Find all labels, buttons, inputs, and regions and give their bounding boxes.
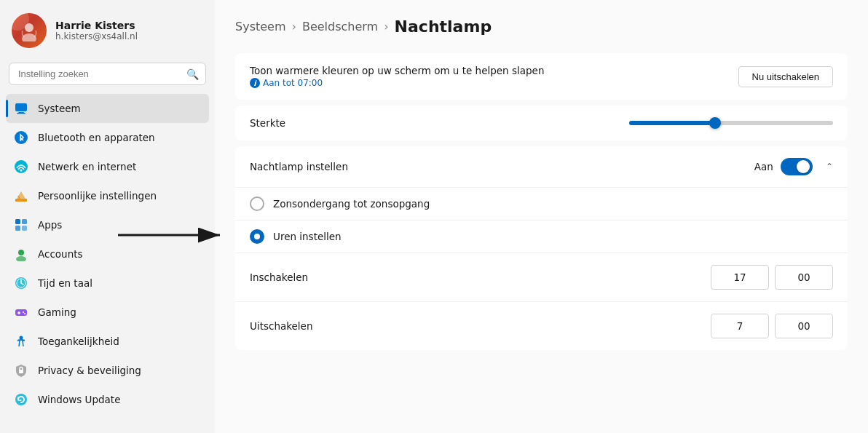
svg-rect-9 <box>15 219 20 224</box>
breadcrumb-systeem[interactable]: Systeem <box>235 20 286 33</box>
svg-rect-4 <box>17 113 25 114</box>
sidebar-label-update: Windows Update <box>38 394 120 405</box>
chevron-up-icon[interactable]: ⌃ <box>826 162 833 172</box>
svg-rect-23 <box>19 370 23 373</box>
toegankelijkheid-icon <box>13 333 29 349</box>
sidebar-item-accounts[interactable]: Accounts <box>6 239 209 269</box>
sidebar-item-update[interactable]: Windows Update <box>6 385 209 414</box>
nav-list: Systeem Bluetooth en apparaten Netwerk <box>0 91 215 433</box>
radio-uren[interactable] <box>250 229 264 244</box>
svg-point-22 <box>20 336 23 340</box>
svg-point-0 <box>25 23 33 32</box>
persoonlijk-icon <box>13 188 29 204</box>
sidebar-item-privacy[interactable]: Privacy & beveiliging <box>6 356 209 385</box>
inschakelen-minute-box[interactable]: 00 <box>775 265 833 290</box>
svg-rect-17 <box>15 309 27 316</box>
svg-rect-2 <box>15 103 27 111</box>
sterkte-row: Sterkte <box>235 106 848 140</box>
uitschakelen-hour-box[interactable]: 7 <box>711 314 769 338</box>
nachtlamp-toggle[interactable] <box>781 158 813 175</box>
inschakelen-label: Inschakelen <box>250 271 711 283</box>
tijd-icon <box>13 275 29 291</box>
svg-point-7 <box>20 170 23 172</box>
toggle-wrapper: Aan ⌃ <box>754 158 833 175</box>
sterkte-slider[interactable] <box>629 121 833 125</box>
schedule-info: i Aan tot 07:00 <box>250 78 738 88</box>
apps-icon <box>13 217 29 233</box>
sidebar-label-privacy: Privacy & beveiliging <box>38 365 141 376</box>
instellen-card: Nachtlamp instellen Aan ⌃ Zonsondergang … <box>235 146 848 350</box>
slider-fill <box>629 121 715 125</box>
instellen-label: Nachtlamp instellen <box>250 161 754 172</box>
breadcrumb-beeldscherm[interactable]: Beeldscherm <box>302 20 378 33</box>
user-info: Harrie Kisters h.kisters@xs4all.nl <box>55 20 138 41</box>
user-name: Harrie Kisters <box>55 20 138 31</box>
description-row: Toon warmere kleuren op uw scherm om u t… <box>235 53 848 100</box>
breadcrumb-sep1: › <box>292 20 296 33</box>
sidebar-item-bluetooth[interactable]: Bluetooth en apparaten <box>6 123 209 152</box>
sidebar-item-toegankelijkheid[interactable]: Toegankelijkheid <box>6 327 209 356</box>
sidebar: Harrie Kisters h.kisters@xs4all.nl 🔍 Sys… <box>0 0 215 433</box>
inschakelen-row: Inschakelen 17 00 <box>235 253 848 302</box>
uitschakelen-label: Uitschakelen <box>250 320 711 332</box>
svg-point-13 <box>18 250 24 255</box>
user-profile: Harrie Kisters h.kisters@xs4all.nl <box>0 0 215 60</box>
description-text: Toon warmere kleuren op uw scherm om u t… <box>250 65 738 76</box>
radio-text-zonsondergang: Zonsondergang tot zonsopgang <box>273 198 430 210</box>
svg-rect-12 <box>22 226 27 231</box>
description-label: Toon warmere kleuren op uw scherm om u t… <box>250 65 738 88</box>
sidebar-item-apps[interactable]: Apps <box>6 210 209 239</box>
slider-track <box>629 121 833 125</box>
svg-point-20 <box>23 311 24 313</box>
radio-zonsondergang[interactable] <box>250 196 264 211</box>
sidebar-label-toegankelijkheid: Toegankelijkheid <box>38 335 119 347</box>
search-icon: 🔍 <box>186 68 199 80</box>
systeem-icon <box>13 100 29 116</box>
sidebar-label-persoonlijk: Persoonlijke instellingen <box>38 190 157 202</box>
netwerk-icon <box>13 159 29 175</box>
uitschakelen-minute-box[interactable]: 00 <box>775 314 833 338</box>
uitschakelen-time: 7 00 <box>711 314 833 338</box>
sidebar-label-gaming: Gaming <box>38 306 76 318</box>
svg-rect-19 <box>17 312 20 314</box>
sidebar-item-persoonlijk[interactable]: Persoonlijke instellingen <box>6 181 209 210</box>
sidebar-item-gaming[interactable]: Gaming <box>6 298 209 327</box>
sterkte-label: Sterkte <box>250 117 629 129</box>
sidebar-label-bluetooth: Bluetooth en apparaten <box>38 132 155 143</box>
toggle-state-label: Aan <box>754 161 773 172</box>
search-box: 🔍 <box>9 63 206 85</box>
inschakelen-hour-box[interactable]: 17 <box>711 265 769 290</box>
uitschakelen-row: Uitschakelen 7 00 <box>235 302 848 350</box>
breadcrumb: Systeem › Beeldscherm › Nachtlamp <box>235 17 848 36</box>
sterkte-card: Sterkte <box>235 106 848 140</box>
sidebar-item-netwerk[interactable]: Netwerk en internet <box>6 152 209 181</box>
sidebar-label-systeem: Systeem <box>38 103 81 114</box>
svg-point-21 <box>24 313 25 314</box>
search-input[interactable] <box>9 63 206 85</box>
sidebar-label-tijd: Tijd en taal <box>38 277 92 289</box>
svg-rect-11 <box>15 226 20 231</box>
radio-row-zonsondergang[interactable]: Zonsondergang tot zonsopgang <box>235 188 848 221</box>
privacy-icon <box>13 362 29 378</box>
sidebar-label-accounts: Accounts <box>38 248 83 260</box>
avatar <box>12 13 47 48</box>
slider-thumb[interactable] <box>709 117 721 129</box>
svg-point-14 <box>16 256 26 261</box>
user-email: h.kisters@xs4all.nl <box>55 31 138 41</box>
main-content: Systeem › Beeldscherm › Nachtlamp Toon w… <box>215 0 868 433</box>
radio-row-uren[interactable]: Uren instellen <box>235 221 848 253</box>
update-icon <box>13 392 29 408</box>
sidebar-item-tijd[interactable]: Tijd en taal <box>6 269 209 298</box>
gaming-icon <box>13 304 29 320</box>
sidebar-item-systeem[interactable]: Systeem <box>6 94 209 123</box>
svg-point-1 <box>22 33 36 41</box>
sidebar-label-apps: Apps <box>38 219 62 231</box>
inschakelen-time: 17 00 <box>711 265 833 290</box>
bluetooth-icon <box>13 130 29 146</box>
breadcrumb-sep2: › <box>384 20 388 33</box>
accounts-icon <box>13 246 29 262</box>
svg-point-24 <box>15 394 27 405</box>
sidebar-label-netwerk: Netwerk en internet <box>38 161 136 172</box>
radio-text-uren: Uren instellen <box>273 231 342 242</box>
disable-button[interactable]: Nu uitschakelen <box>738 66 834 87</box>
